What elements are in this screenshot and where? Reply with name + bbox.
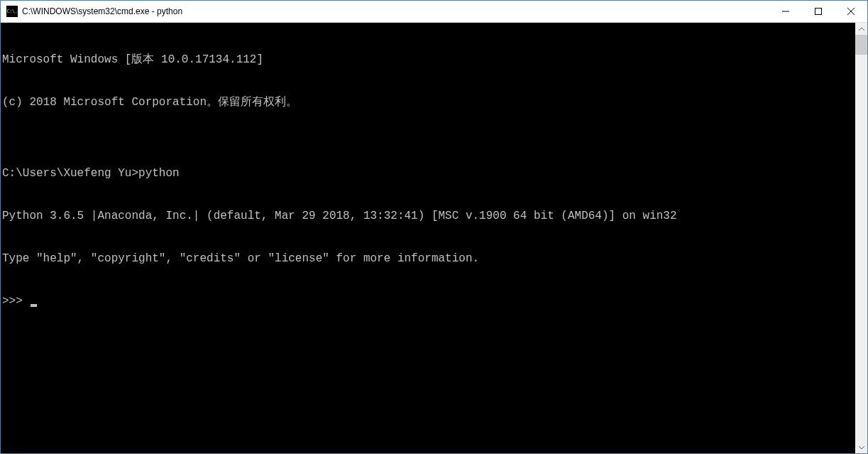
minimize-icon [782,8,789,15]
cmd-icon: C:\. [6,6,18,17]
terminal-line: Python 3.6.5 |Anaconda, Inc.| (default, … [2,209,855,223]
window-controls [769,1,867,22]
prompt-line: >>> [2,294,855,308]
python-prompt: >>> [2,294,29,308]
scrollbar-up-button[interactable] [855,23,867,35]
terminal-line: Type "help", "copyright", "credits" or "… [2,252,855,266]
scrollbar-down-button[interactable] [855,441,867,453]
terminal-line: C:\Users\Xuefeng Yu>python [2,166,855,180]
scrollbar-thumb[interactable] [855,35,867,55]
terminal-line: Microsoft Windows [版本 10.0.17134.112] [2,53,855,67]
window-title: C:\WINDOWS\system32\cmd.exe - python [22,6,769,16]
maximize-button[interactable] [802,1,835,22]
content-area: Microsoft Windows [版本 10.0.17134.112] (c… [1,23,867,453]
cursor [31,304,37,307]
maximize-icon [815,8,822,15]
terminal[interactable]: Microsoft Windows [版本 10.0.17134.112] (c… [1,23,855,453]
cmd-icon-text: C:\. [7,9,18,14]
vertical-scrollbar[interactable] [855,23,867,453]
chevron-up-icon [859,26,864,32]
minimize-button[interactable] [769,1,802,22]
close-button[interactable] [835,1,867,22]
svg-rect-1 [815,9,822,15]
terminal-line: (c) 2018 Microsoft Corporation。保留所有权利。 [2,95,855,109]
chevron-down-icon [859,445,864,450]
close-icon [847,8,855,15]
titlebar[interactable]: C:\. C:\WINDOWS\system32\cmd.exe - pytho… [1,1,867,23]
